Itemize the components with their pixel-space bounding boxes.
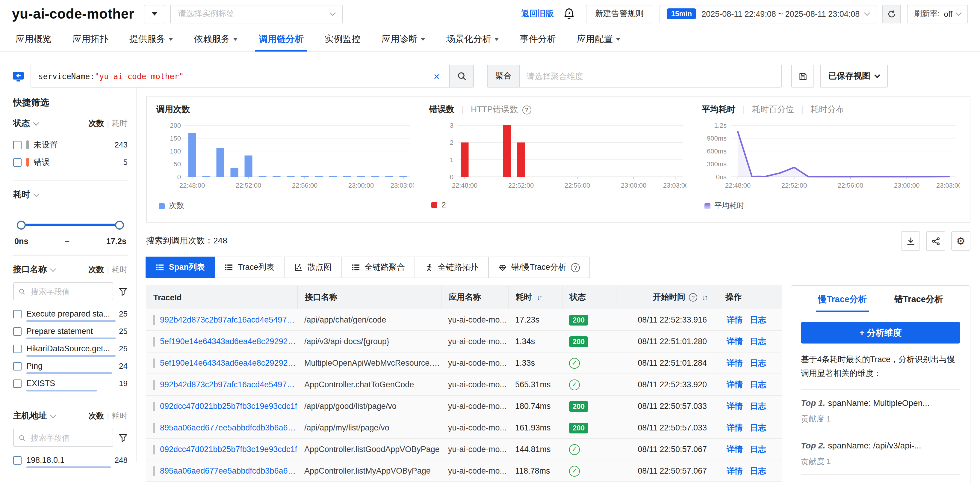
collapse-panel-icon[interactable] (12, 70, 25, 83)
log-link[interactable]: 日志 (750, 444, 766, 455)
view-tab[interactable]: Span列表 ? (146, 257, 215, 278)
saved-views-button[interactable]: 已保存视图 (820, 65, 888, 88)
detail-link[interactable]: 详情 (727, 444, 743, 455)
save-view-button[interactable] (791, 65, 814, 88)
help-icon[interactable]: ? (571, 263, 580, 272)
detail-link[interactable]: 详情 (727, 466, 743, 476)
duration-range-slider[interactable] (17, 221, 124, 230)
nav-tab[interactable]: 应用诊断 (382, 27, 425, 51)
nav-tab[interactable]: 应用拓扑 (73, 27, 108, 51)
instance-tag-select[interactable]: 请选择实例标签 (170, 5, 343, 23)
call-count-bar-chart[interactable]: 05010015020022:48:0022:52:0022:56:0023:0… (156, 118, 414, 198)
view-tab[interactable]: Trace列表 ? (215, 257, 285, 278)
host-filter-item[interactable]: 198.18.0.1 248 (13, 451, 127, 469)
col-duration[interactable]: 耗时↓↑ (508, 286, 562, 310)
log-link[interactable]: 日志 (750, 336, 766, 347)
nav-tab[interactable]: 事件分析 (520, 27, 556, 51)
refresh-button[interactable] (882, 5, 901, 23)
query-input[interactable]: serviceName : "yu-ai-code-mother" × (30, 65, 450, 88)
share-button[interactable] (926, 231, 945, 250)
interface-filter-item[interactable]: Prepare statement 25 (13, 322, 127, 340)
checkbox[interactable] (13, 345, 22, 353)
nav-tab[interactable]: 应用概览 (16, 27, 51, 51)
sort-by-count[interactable]: 次数 (88, 411, 104, 421)
sort-icons[interactable]: ↓↑ (702, 293, 707, 302)
nav-tab[interactable]: 提供服务 (129, 27, 173, 51)
interface-section-toggle[interactable]: 接口名称 (13, 264, 55, 275)
detail-link[interactable]: 详情 (727, 336, 743, 347)
top-dimension-item[interactable]: Top 3. spanName: /api/app/cha... 贡献度 0.9… (801, 475, 960, 485)
search-button[interactable] (450, 65, 474, 88)
nav-tab[interactable]: 实例监控 (325, 27, 361, 51)
clear-query-icon[interactable]: × (431, 71, 442, 81)
view-tab[interactable]: 错/慢Trace分析 ? (488, 257, 590, 278)
settings-button[interactable]: ⚙ (951, 231, 970, 250)
log-link[interactable]: 日志 (750, 401, 766, 412)
add-analysis-dimension-button[interactable]: + 分析维度 (801, 322, 960, 343)
top-dimension-item[interactable]: Top 2. spanName: /api/v3/api-... 贡献度 1 (801, 432, 960, 475)
nav-tab[interactable]: 调用链分析 (259, 27, 304, 51)
log-link[interactable]: 日志 (750, 379, 766, 390)
slider-track[interactable] (21, 223, 120, 226)
panel-tab[interactable]: 慢Trace分析 (818, 294, 867, 312)
col-start-time[interactable]: 开始时间?↓↑ (616, 286, 718, 310)
alert-bell-icon[interactable] (563, 8, 575, 20)
back-to-old-link[interactable]: 返回旧版 (522, 8, 554, 19)
sort-icons[interactable]: ↓↑ (537, 293, 541, 302)
slider-handle-min[interactable] (17, 221, 26, 230)
interface-filter-item[interactable]: EXISTS 19 (13, 375, 127, 392)
sort-by-count[interactable]: 次数 (88, 264, 104, 275)
interface-search-input[interactable] (13, 282, 113, 300)
download-button[interactable] (901, 231, 920, 250)
trace-id-link[interactable]: 895aa06aed677ee5abbdfcdb3b6a68a9 (160, 466, 297, 475)
checkbox[interactable] (13, 310, 22, 318)
log-link[interactable]: 日志 (750, 357, 766, 369)
checkbox[interactable] (13, 158, 22, 166)
col-status[interactable]: 状态 (562, 286, 616, 310)
time-range-picker[interactable]: 15min 2025-08-11 22:49:08 ~ 2025-08-11 2… (660, 5, 877, 23)
view-tab[interactable]: 全链路拓扑 ? (415, 257, 488, 278)
panel-tab[interactable]: 错Trace分析 (894, 294, 943, 312)
col-app[interactable]: 应用名称 (441, 286, 508, 310)
sort-by-count[interactable]: 次数 (88, 118, 104, 129)
host-section-toggle[interactable]: 主机地址 (13, 411, 55, 421)
avg-latency-line-chart[interactable]: 0ns300ms600ms900ms1.2s22:48:0022:52:0022… (702, 118, 959, 198)
nav-tab[interactable]: 应用配置 (577, 27, 620, 51)
status-filter-item[interactable]: 未设置 243 (13, 136, 127, 153)
duration-section-toggle[interactable]: 耗时 (13, 190, 38, 200)
filter-funnel-icon[interactable] (119, 287, 127, 296)
checkbox[interactable] (13, 140, 22, 149)
checkbox[interactable] (13, 327, 22, 335)
filter-funnel-icon[interactable] (119, 433, 127, 442)
trace-id-link[interactable]: 895aa06aed677ee5abbdfcdb3b6a68a9 (160, 423, 297, 432)
trace-id-link[interactable]: 092dcc47d021bb25b7fb3c19e93cdc1f (160, 402, 297, 411)
log-link[interactable]: 日志 (750, 422, 766, 433)
refresh-rate-select[interactable]: 刷新率: off (907, 5, 968, 23)
slider-handle-max[interactable] (115, 221, 124, 230)
sort-by-time[interactable]: 耗时 (112, 411, 127, 421)
sort-by-time[interactable]: 耗时 (112, 118, 127, 129)
detail-link[interactable]: 详情 (727, 379, 743, 390)
top-dimension-item[interactable]: Top 1. spanName: MultipleOpen... 贡献度 1 (801, 390, 960, 432)
detail-link[interactable]: 详情 (727, 422, 743, 433)
col-interface[interactable]: 接口名称 (297, 286, 441, 310)
interface-filter-item[interactable]: Execute prepared sta... 25 (13, 305, 127, 322)
app-switcher-dropdown[interactable] (144, 5, 165, 23)
interface-filter-item[interactable]: Ping 24 (13, 357, 127, 375)
host-search-input[interactable] (13, 429, 113, 447)
detail-link[interactable]: 详情 (727, 401, 743, 412)
checkbox[interactable] (13, 456, 22, 464)
interface-filter-item[interactable]: HikariDataSource.get... 25 (13, 340, 127, 357)
nav-tab[interactable]: 依赖服务 (194, 27, 238, 51)
checkbox[interactable] (13, 362, 22, 370)
trace-id-link[interactable]: 092dcc47d021bb25b7fb3c19e93cdc1f (160, 445, 297, 454)
help-icon[interactable]: ? (689, 293, 697, 302)
trace-id-link[interactable]: 992b42d873c2b97afc16acd4e5497b18 (160, 315, 297, 324)
status-section-toggle[interactable]: 状态 (13, 118, 38, 129)
checkbox[interactable] (13, 379, 22, 388)
trace-id-link[interactable]: 5ef190e14e64343ad6ea4e8c2929234d (160, 337, 297, 346)
aggregation-input[interactable] (519, 65, 782, 88)
error-count-bar-chart[interactable]: 012322:48:0022:52:0022:56:0023:00:0023:0… (429, 118, 687, 198)
nav-tab[interactable]: 场景化分析 (446, 27, 499, 51)
status-filter-item[interactable]: 错误 5 (13, 153, 127, 171)
